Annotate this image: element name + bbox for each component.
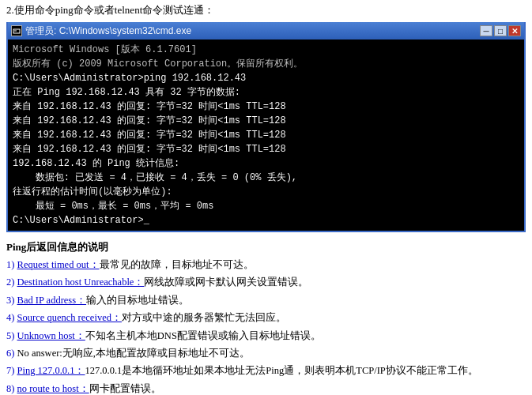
cmd-line: 来自 192.168.12.43 的回复: 字节=32 时间<1ms TTL=1… <box>13 128 519 142</box>
ping-item-id: 8) <box>6 383 17 394</box>
cmd-line: C:\Users\Administrator>_ <box>13 213 519 228</box>
ping-item-text: Ping 127.0.0.1：127.0.0.1是本地循环地址如果本地址无法Pi… <box>17 365 478 376</box>
ping-item-id: 7) <box>6 365 17 376</box>
ping-item: 7) Ping 127.0.0.1：127.0.0.1是本地循环地址如果本地址无… <box>6 363 526 378</box>
cmd-body: Microsoft Windows [版本 6.1.7601]版权所有 (c) … <box>8 40 524 231</box>
cmd-title-text: 管理员: C:\Windows\system32\cmd.exe <box>25 24 191 38</box>
ping-item: 3) Bad IP address：输入的目标地址错误。 <box>6 293 526 308</box>
ping-item: 8) no route to host：网卡配置错误。 <box>6 382 526 395</box>
ping-item-id: 3) <box>6 295 17 306</box>
ping-info-title: Ping后返回信息的说明 <box>6 240 526 254</box>
cmd-line: 来自 192.168.12.43 的回复: 字节=32 时间<1ms TTL=1… <box>13 114 519 128</box>
ping-item-text: Request timed out：最常见的故障，目标地址不可达。 <box>17 259 254 270</box>
cmd-titlebar: 管理员: C:\Windows\system32\cmd.exe ─ □ ✕ <box>8 22 524 40</box>
ping-item-id: 2) <box>6 276 17 288</box>
ping-info-section: Ping后返回信息的说明 1) Request timed out：最常见的故障… <box>0 237 532 395</box>
ping-item-id: 4) <box>6 312 17 323</box>
cmd-line: 192.168.12.43 的 Ping 统计信息: <box>13 156 519 171</box>
ping-item-id: 6) <box>6 348 17 359</box>
ping-item-text: Unknown host：不知名主机本地DNS配置错误或输入目标地址错误。 <box>17 330 321 341</box>
ping-item: 1) Request timed out：最常见的故障，目标地址不可达。 <box>6 258 526 273</box>
ping-item: 5) Unknown host：不知名主机本地DNS配置错误或输入目标地址错误。 <box>6 329 526 344</box>
cmd-app-icon <box>11 25 22 36</box>
ping-item-text: Destination host Unreachable：网线故障或网卡默认网关… <box>17 276 309 288</box>
cmd-window-buttons: ─ □ ✕ <box>480 25 521 36</box>
cmd-maximize-button[interactable]: □ <box>494 25 507 36</box>
ping-item-text: Source quench received：对方或中途的服务器繁忙无法回应。 <box>17 312 286 323</box>
ping-item: 4) Source quench received：对方或中途的服务器繁忙无法回… <box>6 310 526 325</box>
cmd-window: 管理员: C:\Windows\system32\cmd.exe ─ □ ✕ M… <box>6 22 526 232</box>
cmd-line: 往返行程的估计时间(以毫秒为单位): <box>13 185 519 199</box>
ping-item-text: No answer:无响应,本地配置故障或目标地址不可达。 <box>17 348 250 359</box>
ping-item: 2) Destination host Unreachable：网线故障或网卡默… <box>6 275 526 290</box>
cmd-line: 版权所有 (c) 2009 Microsoft Corporation。保留所有… <box>13 57 519 71</box>
cmd-line: 最短 = 0ms，最长 = 0ms，平均 = 0ms <box>13 199 519 213</box>
ping-item: 6) No answer:无响应,本地配置故障或目标地址不可达。 <box>6 346 526 361</box>
instruction-text: 2.使用命令ping命令或者telnent命令测试连通： <box>0 0 532 21</box>
cmd-close-button[interactable]: ✕ <box>508 25 521 36</box>
cmd-titlebar-left: 管理员: C:\Windows\system32\cmd.exe <box>11 24 191 38</box>
ping-items-list: 1) Request timed out：最常见的故障，目标地址不可达。2) D… <box>6 258 526 395</box>
instruction-label: 2.使用命令ping命令或者telnent命令测试连通： <box>6 4 214 16</box>
ping-item-id: 1) <box>6 259 17 270</box>
cmd-line: C:\Users\Administrator>ping 192.168.12.4… <box>13 71 519 85</box>
ping-item-id: 5) <box>6 330 17 341</box>
cmd-line: 来自 192.168.12.43 的回复: 字节=32 时间<1ms TTL=1… <box>13 142 519 156</box>
cmd-line: Microsoft Windows [版本 6.1.7601] <box>13 43 519 57</box>
cmd-line: 正在 Ping 192.168.12.43 具有 32 字节的数据: <box>13 85 519 100</box>
ping-item-text: Bad IP address：输入的目标地址错误。 <box>17 295 190 306</box>
cmd-minimize-button[interactable]: ─ <box>480 25 492 36</box>
cmd-line: 数据包: 已发送 = 4，已接收 = 4，丢失 = 0 (0% 丢失), <box>13 171 519 185</box>
ping-item-text: no route to host：网卡配置错误。 <box>17 383 161 394</box>
cmd-line: 来自 192.168.12.43 的回复: 字节=32 时间<1ms TTL=1… <box>13 100 519 114</box>
